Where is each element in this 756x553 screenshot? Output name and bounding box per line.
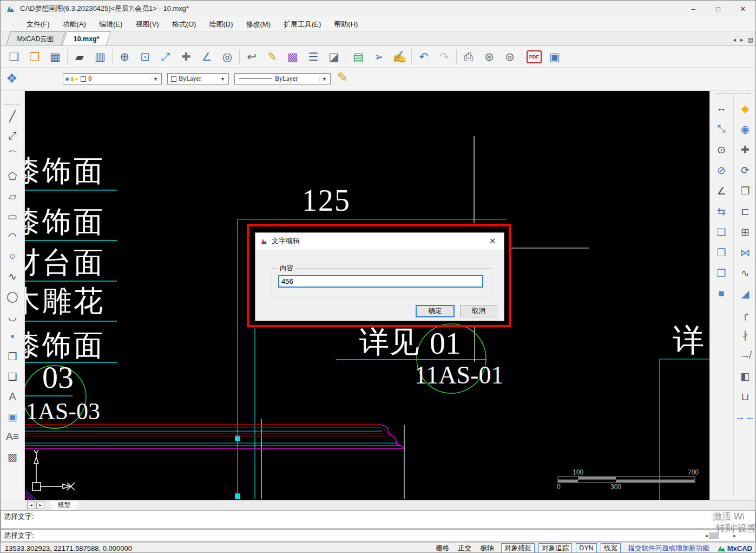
menu-item-3[interactable]: 视图(V) xyxy=(135,19,159,29)
layers-icon[interactable]: ❖ xyxy=(6,71,18,86)
layer-select[interactable]: ◉ ▮ ● 0 ▼ xyxy=(63,73,162,84)
copy-object-icon[interactable]: ❐ xyxy=(1,350,24,363)
dim-radius-icon[interactable]: ⊙ xyxy=(710,143,733,156)
finish-label[interactable]: 漆饰面 xyxy=(25,157,105,186)
copy-small-icon[interactable]: ❏ xyxy=(710,225,733,238)
maximize-button[interactable]: □ xyxy=(706,1,731,17)
save-icon[interactable]: ▦ xyxy=(45,48,65,66)
menu-item-6[interactable]: 修改(M) xyxy=(246,19,271,29)
copy-medium-icon[interactable]: ❐ xyxy=(710,246,733,259)
offset-icon[interactable]: ⊏ xyxy=(734,205,756,218)
construction-line-icon[interactable]: ⤢ xyxy=(1,129,24,142)
detail-number-mid[interactable]: 01 xyxy=(430,328,461,359)
tab-prev-icon[interactable]: ◂ xyxy=(733,36,737,43)
minimize-button[interactable]: – xyxy=(681,1,706,17)
linetype-select[interactable]: ByLayer ▼ xyxy=(234,73,331,84)
ok-button[interactable]: 确定 xyxy=(416,305,455,317)
menu-item-2[interactable]: 编辑(E) xyxy=(99,19,122,29)
move-icon[interactable]: ✚ xyxy=(734,143,756,156)
color-select[interactable]: ByLayer ▼ xyxy=(167,73,229,84)
export-pdf-icon[interactable]: PDF xyxy=(527,50,542,63)
undo-icon[interactable]: ↶ xyxy=(413,48,434,66)
rotate-icon[interactable]: ⟳ xyxy=(734,164,756,177)
edit-text-icon[interactable]: ✎ xyxy=(262,48,282,66)
fillet-icon[interactable]: ╭ xyxy=(734,308,756,321)
scale-icon[interactable]: ❒ xyxy=(734,184,756,197)
feedback-link[interactable]: 提交软件问题或增加新功能 xyxy=(628,544,709,553)
finish-label[interactable]: 漆饰面 xyxy=(25,331,105,360)
tab-model[interactable]: 模型 xyxy=(49,500,80,510)
dim-diameter-icon[interactable]: ⊘ xyxy=(710,164,733,177)
dim-continue-icon[interactable]: ⇆ xyxy=(710,205,733,218)
text-content-input[interactable] xyxy=(278,275,483,288)
dimension-text[interactable]: 125 xyxy=(302,185,351,216)
document-tab-1[interactable]: 10.mxg* xyxy=(62,31,111,45)
finish-label[interactable]: 漆饰面 xyxy=(25,207,105,237)
copy-large-icon[interactable]: ❒ xyxy=(710,266,733,279)
zoom-target-icon[interactable]: ◎ xyxy=(217,48,238,66)
ucs-axes-icon[interactable]: ∠ xyxy=(196,48,217,66)
polyline-icon[interactable]: ▱ xyxy=(1,190,24,203)
export-image-icon[interactable]: ▣ xyxy=(544,48,565,66)
detail-code-mid[interactable]: 11AS-01 xyxy=(415,363,503,388)
multiline-text-icon[interactable]: A≡ xyxy=(1,430,24,443)
tab-next-icon[interactable]: ▸ xyxy=(740,36,744,43)
match-properties-icon[interactable]: ✍ xyxy=(389,48,410,66)
open-folder-icon[interactable]: ▰ xyxy=(69,48,90,66)
dim-angular-icon[interactable]: ∠ xyxy=(710,184,733,197)
mirror-icon[interactable]: ⋈ xyxy=(734,246,756,259)
ellipse-icon[interactable]: ◯ xyxy=(1,290,24,303)
status-toggle-active[interactable]: DYN xyxy=(576,543,596,553)
tab-list-icon[interactable]: ▤ xyxy=(748,36,753,43)
detail-code-left[interactable]: 1AS-03 xyxy=(26,400,100,424)
menu-item-0[interactable]: 文件(F) xyxy=(27,19,50,29)
text-style-icon[interactable]: ☰ xyxy=(303,48,324,66)
dim-aligned-icon[interactable]: ⤡ xyxy=(710,122,733,135)
spline-icon[interactable]: ∿ xyxy=(1,270,24,283)
color-palette-icon[interactable]: ▩ xyxy=(282,48,303,66)
edit-spline-icon[interactable]: ∿ xyxy=(734,266,756,279)
detail-number-left[interactable]: 03 xyxy=(42,362,74,393)
status-toggle-active[interactable]: 对象捕捉 xyxy=(501,543,535,553)
arc-3-point-icon[interactable]: ◠ xyxy=(1,230,24,243)
finish-label[interactable]: 木雕花 xyxy=(25,287,105,316)
zoom-in-icon[interactable]: ⊕ xyxy=(114,48,135,66)
stretch-icon[interactable]: ⊔ xyxy=(734,390,756,403)
properties-pencil-icon[interactable]: ✎ xyxy=(337,70,348,85)
menu-item-4[interactable]: 格式(O) xyxy=(172,19,196,29)
dialog-close-button[interactable]: ✕ xyxy=(485,235,499,247)
command-input[interactable]: 选择文字: xyxy=(1,529,755,542)
viewport-icon[interactable]: ◪ xyxy=(324,48,344,66)
dialog-title-bar[interactable]: 文字编辑 ✕ xyxy=(255,233,504,249)
scroll-left-icon[interactable]: ◂ xyxy=(705,533,708,538)
status-toggle[interactable]: 栅格 xyxy=(436,544,449,553)
save-as-icon[interactable]: ▥ xyxy=(90,48,110,66)
status-toggle-active[interactable]: 线宽 xyxy=(601,543,621,553)
array-icon[interactable]: ⊞ xyxy=(734,225,756,238)
join-icon[interactable]: →← xyxy=(734,411,756,424)
menu-item-5[interactable]: 绘图(D) xyxy=(209,19,233,29)
copy-stack-icon[interactable]: ■ xyxy=(710,287,733,300)
layout-prev-button[interactable]: ◂ xyxy=(27,502,35,509)
status-toggle[interactable]: 正交 xyxy=(458,544,471,553)
break-at-point-icon[interactable]: ↛ xyxy=(734,349,756,362)
finish-label[interactable]: 材台面 xyxy=(25,248,105,277)
publish-web-icon[interactable]: ⊛ xyxy=(479,48,499,66)
chamfer-icon[interactable]: ◢ xyxy=(734,287,756,300)
circle-icon[interactable]: ○ xyxy=(1,250,24,263)
rectangle-icon[interactable]: ▭ xyxy=(1,210,24,223)
web-edit-icon[interactable]: ⊜ xyxy=(499,48,520,66)
close-button[interactable]: ✕ xyxy=(731,1,755,17)
line-icon[interactable]: ╱ xyxy=(1,109,24,122)
open-cloud-drawing-icon[interactable]: ❒ xyxy=(24,48,45,66)
insert-block-icon[interactable]: ❑ xyxy=(1,370,24,383)
break-icon[interactable]: ∤ xyxy=(734,328,756,341)
single-text-icon[interactable]: A xyxy=(1,390,24,403)
zoom-extents-icon[interactable]: ⤢ xyxy=(155,48,176,66)
arc-icon[interactable]: ⌒ xyxy=(1,149,24,162)
zoom-window-icon[interactable]: ⊡ xyxy=(135,48,155,66)
arc-continue-icon[interactable]: ◡ xyxy=(1,310,24,323)
image-icon[interactable]: ▣ xyxy=(1,410,24,423)
status-toggle[interactable]: 极轴 xyxy=(480,544,494,553)
hatch-icon[interactable]: ▨ xyxy=(1,450,24,463)
